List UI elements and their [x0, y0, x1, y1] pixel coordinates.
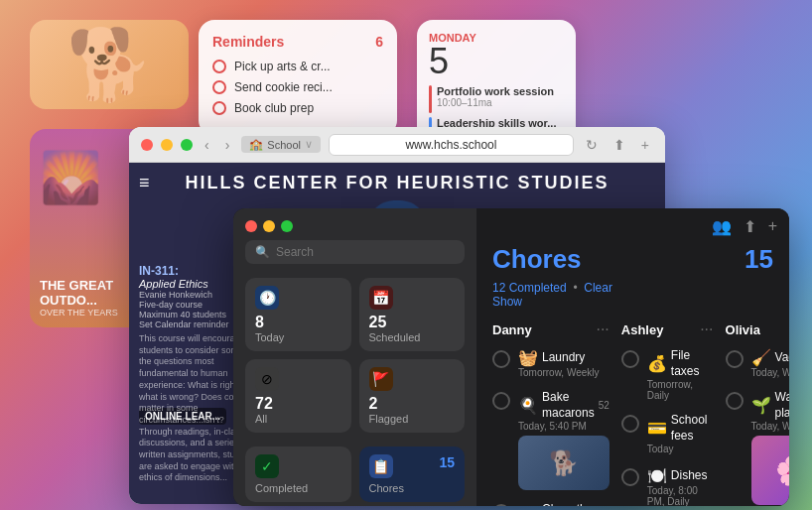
ashley-col-menu[interactable]: ··· — [700, 320, 713, 338]
dishes-title: Dishes — [671, 468, 708, 484]
reminders-close-dot[interactable] — [245, 220, 257, 232]
reminders-widget-title: Reminders — [212, 34, 284, 50]
chores-label: Chores — [369, 482, 456, 494]
flagged-icon: 🚩 — [372, 371, 389, 387]
olivia-task-plants: 🌱 Water the plants Today, Weekly 🌸 — [726, 388, 789, 506]
dishes-check[interactable] — [621, 468, 639, 486]
safari-tab-school-label: School — [267, 139, 301, 151]
dishes-content: 🍽️ Dishes Today, 8:00 PM, Daily — [647, 466, 714, 506]
reminders-main-header: Chores 15 — [492, 244, 773, 275]
reminders-columns: Danny ··· 🧺 Laundry Tomorrow, Weekly — [492, 320, 773, 506]
reminders-app-titlebar — [233, 208, 476, 244]
left-photo-title: THE GREAT OUTDO... — [40, 279, 139, 308]
reminders-maximize-dot[interactable] — [281, 220, 293, 232]
smart-list-completed[interactable]: ✓ Completed — [245, 446, 351, 502]
dog-emoji: 🐕 — [67, 24, 153, 105]
chores-icon: 📋 — [372, 458, 389, 474]
safari-back-button[interactable]: ‹ — [201, 135, 213, 155]
reminders-smart-lists: 🕐 8 Today 📅 25 Scheduled ⊘ 72 All — [245, 278, 465, 433]
reminders-widget-item-1: Pick up arts & cr... — [212, 60, 383, 73]
vacuum-title: Vacuuming — [775, 350, 789, 366]
completed-label: Completed — [255, 482, 341, 494]
scheduled-count: 25 — [369, 314, 456, 331]
reminders-sidebar: 🔍 🕐 8 Today 📅 25 Scheduled ⊘ — [233, 208, 476, 506]
ashley-task-fees: 💳 School fees Today — [621, 411, 714, 456]
fees-content: 💳 School fees Today — [647, 413, 714, 454]
safari-tab-school[interactable]: 🏫 School ∨ — [241, 136, 321, 153]
toolbar-people-button[interactable]: 👥 — [712, 217, 732, 236]
plants-check[interactable] — [726, 392, 744, 410]
laundry-emoji: 🧺 — [518, 348, 538, 367]
laundry-sub: Tomorrow, Weekly — [518, 367, 609, 378]
ashley-col-name: Ashley — [621, 322, 664, 337]
safari-address-text: www.hchs.school — [405, 138, 496, 152]
flagged-count: 2 — [369, 395, 456, 413]
safari-reload-button[interactable]: ↻ — [582, 135, 602, 155]
smart-list-scheduled[interactable]: 📅 25 Scheduled — [359, 278, 466, 351]
danny-col-menu[interactable]: ··· — [596, 320, 609, 338]
safari-close-dot[interactable] — [141, 139, 153, 151]
macarons-content: 🍳 Bake macarons 52 Today, 5:40 PM 🐕 — [518, 390, 609, 490]
macarons-check[interactable] — [492, 392, 510, 410]
all-label: All — [255, 413, 341, 425]
safari-maximize-dot[interactable] — [181, 139, 193, 151]
flagged-label: Flagged — [369, 413, 456, 425]
reminders-main-count: 15 — [744, 244, 773, 275]
clear-button[interactable]: Clear — [584, 281, 612, 295]
reminders-widget: Reminders 6 Pick up arts & cr... Send co… — [199, 20, 397, 136]
reminders-main-content: 👥 ⬆ + Chores 15 12 Completed • Clear Sho… — [476, 208, 789, 506]
fees-check[interactable] — [621, 415, 639, 433]
laundry-check[interactable] — [492, 350, 510, 368]
calendar-day-label: Monday — [429, 32, 564, 44]
today-count: 8 — [255, 314, 341, 331]
show-button[interactable]: Show — [492, 295, 522, 309]
laundry-title: Laundry — [542, 350, 585, 366]
vacuum-sub: Today, Weekly — [751, 367, 789, 378]
safari-add-tab-button[interactable]: + — [637, 135, 653, 155]
plants-sub: Today, Weekly — [751, 421, 789, 432]
safari-share-button[interactable]: ⬆ — [609, 135, 629, 155]
safari-page-title: HILLS CENTER FOR HEURISTIC STUDIES — [129, 173, 665, 193]
search-icon: 🔍 — [255, 245, 270, 259]
calendar-event-1-time: 10:00–11ma — [437, 97, 554, 108]
search-input[interactable] — [276, 245, 455, 259]
reminders-widget-item-3: Book club prep — [212, 101, 383, 115]
dishes-sub: Today, 8:00 PM, Daily — [647, 485, 714, 506]
macarons-count: 52 — [599, 400, 609, 411]
grill-check[interactable] — [492, 504, 510, 506]
reminders-toolbar: 👥 ⬆ + — [720, 208, 789, 244]
olivia-task-vacuum: 🧹 Vacuuming Today, Weekly — [726, 346, 789, 380]
safari-minimize-dot[interactable] — [161, 139, 173, 151]
toolbar-add-button[interactable]: + — [768, 217, 777, 235]
plants-content: 🌱 Water the plants Today, Weekly 🌸 — [751, 390, 789, 505]
fees-title: School fees — [671, 413, 714, 444]
vacuum-content: 🧹 Vacuuming Today, Weekly — [751, 348, 789, 378]
smart-list-chores[interactable]: 📋 15 Chores — [359, 446, 466, 502]
olivia-column: Olivia ··· 🧹 Vacuuming Today, Weekly — [726, 320, 789, 506]
reminders-widget-item-2: Send cookie reci... — [212, 80, 383, 94]
reminders-widget-item-2-text: Send cookie reci... — [234, 80, 333, 94]
safari-forward-button[interactable]: › — [221, 135, 234, 155]
taxes-emoji: 💰 — [647, 354, 667, 373]
smart-list-today[interactable]: 🕐 8 Today — [245, 278, 351, 351]
grill-content: 🔥 Clean the grill — [518, 502, 609, 506]
vacuum-check[interactable] — [726, 350, 744, 368]
smart-list-flagged[interactable]: 🚩 2 Flagged — [359, 359, 466, 433]
toolbar-share-button[interactable]: ⬆ — [744, 217, 756, 236]
taxes-content: 💰 File taxes Tomorrow, Daily — [647, 348, 714, 401]
danny-col-name: Danny — [492, 322, 532, 337]
taxes-check[interactable] — [621, 350, 639, 368]
grill-title: Clean the grill — [542, 502, 609, 506]
taxes-sub: Tomorrow, Daily — [647, 379, 714, 401]
smart-list-all[interactable]: ⊘ 72 All — [245, 359, 351, 433]
macarons-image: 🐕 — [518, 436, 609, 490]
danny-task-grill: 🔥 Clean the grill — [492, 500, 609, 506]
safari-address-bar[interactable]: www.hchs.school — [329, 134, 574, 156]
completed-icon: ✓ — [261, 458, 273, 474]
reminders-minimize-dot[interactable] — [263, 220, 275, 232]
safari-titlebar: ‹ › 🏫 School ∨ www.hchs.school ↻ ⬆ + — [129, 127, 665, 163]
dog-photo-widget: 🐕 — [30, 20, 189, 109]
scheduled-icon: 📅 — [372, 290, 389, 306]
chores-count: 15 — [439, 454, 455, 470]
plants-emoji: 🌱 — [751, 396, 771, 415]
